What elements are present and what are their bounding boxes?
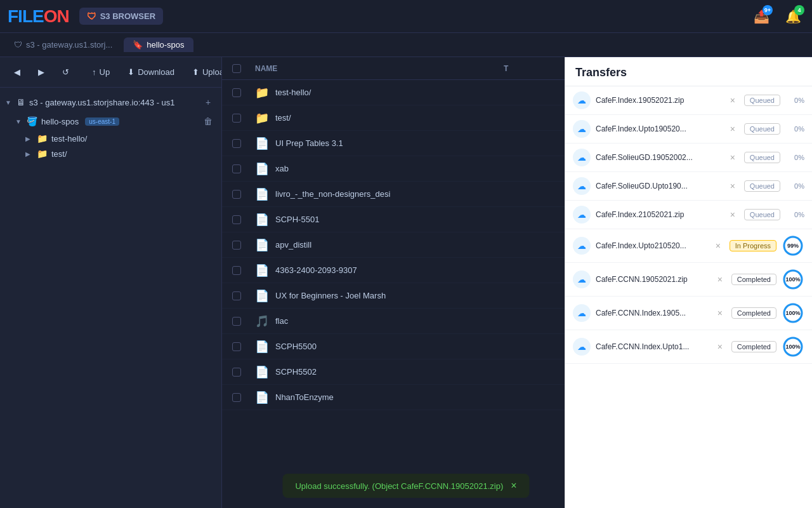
forward-icon: ▶ bbox=[38, 67, 44, 77]
file-checkbox[interactable] bbox=[232, 190, 255, 199]
file-checkbox[interactable] bbox=[232, 317, 255, 326]
tab-hello-spos[interactable]: 🔖 hello-spos bbox=[124, 37, 193, 52]
table-row[interactable]: 📄 SCPH5500 bbox=[222, 334, 565, 359]
chevron-right-icon-2: ▶ bbox=[25, 150, 33, 157]
transfer-close-button[interactable]: × bbox=[726, 94, 739, 107]
add-connection-button[interactable]: + bbox=[201, 95, 215, 109]
transfers-title: Transfers bbox=[565, 57, 812, 86]
file-name: NhanToEnzyme bbox=[275, 392, 554, 402]
cloud-icon: ☁ bbox=[573, 338, 591, 356]
transfer-close-button[interactable]: × bbox=[714, 340, 726, 353]
download-icon: ⬇ bbox=[128, 67, 134, 77]
table-row[interactable]: 📄 apv_distill bbox=[222, 232, 565, 258]
transfer-status: Queued bbox=[744, 123, 780, 135]
chevron-down-icon: ▼ bbox=[5, 99, 13, 106]
file-checkbox[interactable] bbox=[232, 393, 255, 402]
chevron-right-icon-1: ▶ bbox=[25, 135, 33, 142]
cloud-icon: ☁ bbox=[573, 237, 591, 255]
sidebar: ◀ ▶ ↺ ↑ Up ⬇ Download ⬆ Upload 📁 bbox=[0, 57, 222, 508]
cloud-icon: ☁ bbox=[573, 177, 591, 195]
transfer-close-button[interactable]: × bbox=[714, 273, 726, 286]
transfer-close-button[interactable]: × bbox=[726, 180, 739, 192]
select-all-checkbox[interactable] bbox=[232, 64, 241, 73]
table-row[interactable]: 📁 test-hello/ bbox=[222, 80, 565, 105]
share-button[interactable]: 📤 9+ bbox=[750, 5, 773, 28]
pdf-icon: 📄 bbox=[255, 238, 269, 252]
share-badge: 9+ bbox=[763, 5, 773, 15]
file-checkbox[interactable] bbox=[232, 88, 255, 97]
generic-icon: 📄 bbox=[255, 162, 269, 176]
cloud-icon: ☁ bbox=[573, 206, 591, 224]
delete-bucket-button[interactable]: 🗑 bbox=[201, 114, 215, 128]
sidebar-tree: ▼ 🖥 s3 - gateway.us1.storjshare.io:443 -… bbox=[0, 88, 221, 508]
folder-label-1: test-hello/ bbox=[51, 134, 87, 144]
table-row[interactable]: 🎵 flac bbox=[222, 309, 565, 334]
file-checkbox[interactable] bbox=[232, 266, 255, 275]
pct-text: 100% bbox=[785, 310, 800, 316]
file-checkbox[interactable] bbox=[232, 164, 255, 173]
transfer-status: Queued bbox=[744, 95, 780, 106]
table-row[interactable]: 📄 NhanToEnzyme bbox=[222, 385, 565, 410]
upload-button[interactable]: ⬆ Upload bbox=[185, 64, 222, 80]
progress-circle: 99% bbox=[782, 234, 804, 257]
table-row[interactable]: 📄 UX for Beginners - Joel Marsh bbox=[222, 283, 565, 309]
notifications-button[interactable]: 🔔 4 bbox=[782, 5, 804, 28]
table-row[interactable]: 📄 UI Prep Tables 3.1 bbox=[222, 131, 565, 156]
transfer-close-button[interactable]: × bbox=[726, 151, 739, 164]
file-name: 4363-2400-2093-9307 bbox=[275, 265, 554, 275]
progress-circle: 100% bbox=[782, 302, 804, 324]
file-checkbox[interactable] bbox=[232, 241, 255, 250]
sidebar-item-root[interactable]: ▼ 🖥 s3 - gateway.us1.storjshare.io:443 -… bbox=[0, 93, 221, 112]
toast: Upload successfully. (Object CafeF.CCNN.… bbox=[282, 474, 529, 498]
file-checkbox[interactable] bbox=[232, 291, 255, 300]
refresh-button[interactable]: ↺ bbox=[55, 64, 77, 80]
music-icon: 🎵 bbox=[255, 314, 269, 328]
sidebar-item-test[interactable]: ▶ 📁 test/ bbox=[0, 146, 221, 161]
cloud-icon: ☁ bbox=[573, 149, 591, 166]
file-checkbox[interactable] bbox=[232, 114, 255, 123]
transfer-pct: 0% bbox=[785, 182, 804, 190]
sidebar-item-test-hello[interactable]: ▶ 📁 test-hello/ bbox=[0, 131, 221, 146]
transfer-name: CafeF.Index.19052021.zip bbox=[596, 96, 721, 105]
file-checkbox[interactable] bbox=[232, 368, 255, 377]
chevron-down-icon-bucket: ▼ bbox=[15, 118, 23, 125]
table-row[interactable]: 📄 SCPH-5501 bbox=[222, 207, 565, 232]
sidebar-item-bucket[interactable]: ▼ 🪣 hello-spos us-east-1 🗑 bbox=[0, 112, 221, 131]
transfer-name: CafeF.CCNN.Index.1905... bbox=[596, 309, 709, 318]
navigate-forward-button[interactable]: ▶ bbox=[30, 64, 52, 80]
table-row[interactable]: 📄 SCPH5502 bbox=[222, 359, 565, 385]
transfer-pct: 0% bbox=[785, 97, 804, 104]
file-checkbox[interactable] bbox=[232, 342, 255, 351]
file-checkbox[interactable] bbox=[232, 215, 255, 224]
table-row[interactable]: 📄 livro_-_the_non-designers_desi bbox=[222, 182, 565, 207]
generic-icon: 📄 bbox=[255, 340, 269, 354]
col-check bbox=[232, 64, 255, 73]
transfer-item: ☁ CafeF.Index.21052021.zip × Queued 0% bbox=[565, 201, 812, 229]
download-button[interactable]: ⬇ Download bbox=[120, 64, 182, 80]
file-name: apv_distill bbox=[275, 240, 554, 250]
transfer-item: ☁ CafeF.Index.Upto210520... × In Progres… bbox=[565, 229, 812, 263]
up-button[interactable]: ↑ Up bbox=[84, 64, 117, 80]
transfer-close-button[interactable]: × bbox=[714, 307, 726, 319]
transfer-close-button[interactable]: × bbox=[712, 239, 724, 252]
transfer-list: ☁ CafeF.Index.19052021.zip × Queued 0% ☁… bbox=[565, 86, 812, 508]
s3-browser-badge: 🛡 S3 BROWSER bbox=[79, 8, 163, 25]
table-row[interactable]: 📁 test/ bbox=[222, 105, 565, 131]
navigate-back-button[interactable]: ◀ bbox=[6, 64, 28, 80]
transfer-close-button[interactable]: × bbox=[726, 123, 739, 135]
file-area: NAME T 📁 test-hello/ 📁 test/ 📄 UI Prep T… bbox=[222, 57, 565, 508]
toast-close-button[interactable]: × bbox=[511, 480, 516, 491]
tab-s3[interactable]: 🛡 s3 - gateway.us1.storj... bbox=[5, 37, 121, 52]
bell-badge: 4 bbox=[794, 5, 804, 15]
upload-icon: ⬆ bbox=[192, 67, 199, 77]
root-label: s3 - gateway.us1.storjshare.io:443 - us1 bbox=[29, 98, 175, 107]
table-row[interactable]: 📄 4363-2400-2093-9307 bbox=[222, 258, 565, 283]
pct-text: 99% bbox=[787, 243, 799, 249]
file-list-header: NAME T bbox=[222, 57, 565, 80]
transfer-close-button[interactable]: × bbox=[726, 208, 739, 221]
table-row[interactable]: 📄 xab bbox=[222, 156, 565, 182]
file-name: livro_-_the_non-designers_desi bbox=[275, 189, 554, 199]
generic-icon: 📄 bbox=[255, 213, 269, 227]
top-bar: FILEON 🛡 S3 BROWSER 📤 9+ 🔔 4 bbox=[0, 0, 812, 33]
file-checkbox[interactable] bbox=[232, 139, 255, 148]
